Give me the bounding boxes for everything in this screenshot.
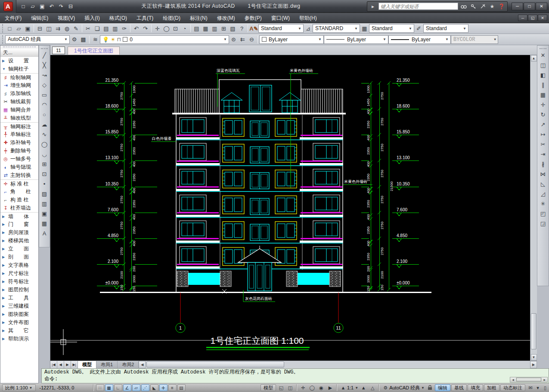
palette-item-房间屋顶[interactable]: ▶房间屋顶: [0, 228, 38, 237]
layout-tab-布局1[interactable]: 布局1: [96, 361, 118, 368]
spline-icon[interactable]: ∿: [40, 130, 49, 139]
fillet-icon[interactable]: ◿: [538, 189, 548, 199]
cmd-scroll-right-arrow[interactable]: ▶: [542, 377, 547, 382]
doc-close-button[interactable]: ✕: [538, 15, 547, 21]
palette-item-轴网柱子[interactable]: ▼轴网柱子: [0, 65, 38, 73]
paste-block-icon[interactable]: ▥: [111, 24, 120, 33]
scale-control[interactable]: 比例 1:100▼: [2, 384, 36, 391]
calculator-icon[interactable]: ▧: [228, 24, 237, 33]
palette-item-楼梯其他[interactable]: ▶楼梯其他: [0, 237, 38, 245]
tray-caret-icon[interactable]: ▾: [536, 384, 540, 391]
toolbar-grip[interactable]: [540, 48, 546, 49]
layer-states-icon[interactable]: ⊜: [229, 35, 238, 44]
new-icon[interactable]: □: [5, 24, 14, 33]
print-icon[interactable]: ⊟: [35, 24, 44, 33]
menu-修改(M)[interactable]: 修改(M): [212, 13, 240, 23]
qat-redo-icon[interactable]: ↷: [57, 2, 65, 11]
close-button[interactable]: ✕: [536, 3, 547, 10]
showmotion-icon[interactable]: ▶: [326, 384, 334, 391]
break-icon[interactable]: ∦: [538, 159, 548, 169]
qat-undo-icon[interactable]: ↶: [47, 2, 56, 11]
dim-style-combo[interactable]: STANDARD▼: [313, 24, 360, 33]
qat-open-icon[interactable]: ▱: [28, 2, 37, 11]
scroll-down-arrow[interactable]: ▼: [531, 354, 537, 361]
draworder-front-icon[interactable]: ◰: [538, 209, 548, 219]
zoom-realtime-icon[interactable]: ◯: [162, 24, 171, 33]
scale-icon[interactable]: ↗: [538, 120, 548, 130]
palette-item-文件布图[interactable]: ▶文件布图: [0, 318, 38, 327]
help-icon[interactable]: ❓: [498, 3, 506, 10]
tab-next-button[interactable]: ▶: [64, 361, 71, 368]
menu-绘图(D)[interactable]: 绘图(D): [158, 13, 185, 23]
menu-窗口(W)[interactable]: 窗口(W): [267, 13, 295, 23]
favorites-star-icon[interactable]: ★: [488, 3, 496, 10]
toggle-osnap[interactable]: ▱: [132, 384, 140, 391]
designcenter-icon[interactable]: ▦: [201, 24, 210, 33]
mirror-icon[interactable]: ◧: [538, 70, 548, 80]
mleader-style-icon[interactable]: ✐: [414, 24, 423, 33]
palette-item-帮助演示[interactable]: ▶帮助演示: [0, 335, 38, 343]
menu-文件(F)[interactable]: 文件(F): [0, 13, 26, 23]
toggle-qp[interactable]: ▤: [177, 384, 186, 391]
horizontal-scrollbar[interactable]: ◀ ▶: [139, 361, 537, 368]
chamfer-icon[interactable]: ◺: [538, 179, 548, 189]
palette-item-尺寸标注[interactable]: ▶尺寸标注: [0, 269, 38, 278]
menu-标注(N)[interactable]: 标注(N): [185, 13, 212, 23]
qat-new-icon[interactable]: □: [19, 2, 28, 11]
plot-preview-icon[interactable]: ◫: [44, 24, 53, 33]
open-icon[interactable]: ▱: [14, 24, 23, 33]
palette-item-绘制轴网[interactable]: ♯绘制轴网: [0, 73, 38, 81]
palette-item-立面[interactable]: ▶立 面: [0, 245, 38, 253]
tab-first-button[interactable]: |◀: [50, 361, 57, 368]
command-line[interactable]: Autodesk DWG。 此文件上次由 Autodesk 应用程序或 Auto…: [41, 368, 549, 383]
move-icon[interactable]: ✛: [538, 100, 548, 110]
revision-cloud-icon[interactable]: ☁: [40, 120, 49, 130]
model-space-canvas[interactable]: 1 11 深蓝色琉璃瓦 米黄色外墙砖 白色外墙漆: [50, 55, 530, 361]
workspace-combo[interactable]: AutoCAD 经典▼: [5, 35, 70, 44]
arc-icon[interactable]: ◠: [40, 100, 49, 110]
polygon-icon[interactable]: ◇: [40, 80, 49, 90]
tarch-button-动态标注[interactable]: 动态标注: [500, 384, 525, 391]
markup-icon[interactable]: ✎: [71, 24, 81, 33]
offset-icon[interactable]: ∥: [538, 80, 548, 90]
ellipse-arc-icon[interactable]: ◡: [40, 149, 49, 159]
erase-icon[interactable]: ✕: [538, 50, 548, 60]
stretch-icon[interactable]: ↦: [538, 130, 548, 139]
palette-item-文字表格[interactable]: ▶文字表格: [0, 261, 38, 269]
scroll-up-arrow[interactable]: ▲: [531, 55, 537, 62]
pan-icon[interactable]: ✛: [153, 24, 162, 33]
palette-item-图块图案[interactable]: ▶图块图案: [0, 310, 38, 318]
qat-plot-icon[interactable]: ⊟: [66, 2, 75, 11]
tray-status-icon[interactable]: ✉: [527, 384, 534, 391]
command-prompt[interactable]: 命令:: [42, 376, 549, 383]
palette-item-轴网标注[interactable]: ╥轴网标注: [0, 122, 38, 130]
match-properties-icon[interactable]: ✑: [120, 24, 129, 33]
communication-center-icon[interactable]: [479, 3, 487, 10]
menu-工具(T)[interactable]: 工具(T): [132, 13, 158, 23]
array-icon[interactable]: ▦: [538, 90, 548, 100]
palette-item-轴网合并[interactable]: ▦轴网合并: [0, 106, 38, 114]
text-icon[interactable]: A: [40, 228, 49, 238]
make-block-icon[interactable]: ⊡: [40, 169, 49, 179]
menu-帮助(H)[interactable]: 帮助(H): [295, 13, 322, 23]
palette-item-门窗[interactable]: ▶门 窗: [0, 220, 38, 228]
redo-icon[interactable]: ↷: [141, 24, 150, 33]
rotate-icon[interactable]: ↻: [538, 110, 548, 120]
tarch-button-填充[interactable]: 填充: [468, 384, 483, 391]
layer-freeze-sun-icon[interactable]: ☀: [111, 37, 115, 43]
save-icon[interactable]: ▣: [23, 24, 32, 33]
palette-title[interactable]: 天...: [0, 49, 38, 56]
scroll-left-arrow[interactable]: ◀: [139, 361, 146, 368]
layout-tab-布局2[interactable]: 布局2: [118, 361, 139, 368]
help-icon[interactable]: ?: [237, 24, 246, 33]
linetype-combo[interactable]: ByLayer▼: [324, 35, 388, 44]
gradient-icon[interactable]: ▥: [40, 199, 49, 209]
menu-参数(P)[interactable]: 参数(P): [240, 13, 267, 23]
trim-icon[interactable]: ✂: [538, 139, 548, 149]
palette-item-轴号隐现[interactable]: ◐轴号隐现: [0, 163, 38, 171]
palette-item-单轴标注[interactable]: ╀单轴标注: [0, 130, 38, 139]
circle-icon[interactable]: ○: [40, 110, 49, 120]
insert-block-icon[interactable]: ⊞: [40, 159, 49, 169]
publish-icon[interactable]: ⇉: [53, 24, 62, 33]
command-scrollbar[interactable]: ◀ ▶: [510, 377, 548, 383]
